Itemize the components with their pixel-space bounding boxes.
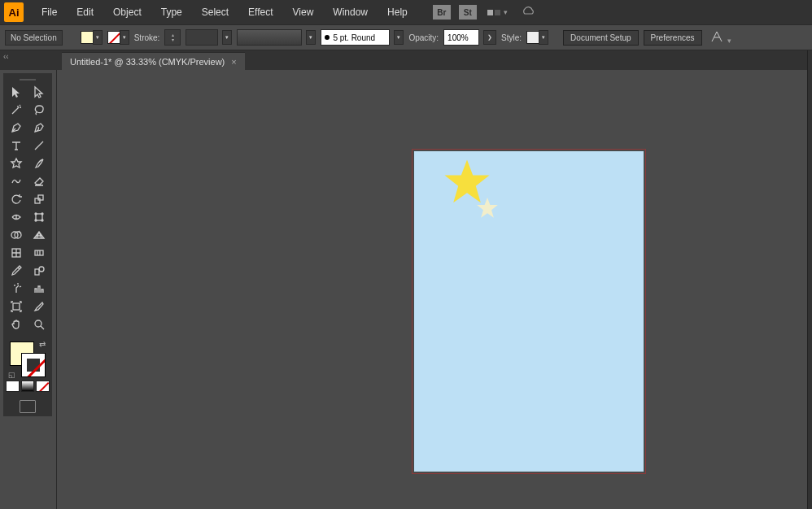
artboard[interactable] [414, 151, 644, 472]
no-stroke-icon [107, 31, 120, 44]
svg-point-12 [39, 267, 44, 272]
default-fill-stroke-icon[interactable]: ◱ [8, 371, 15, 379]
direct-selection-tool[interactable] [28, 83, 50, 101]
menu-view[interactable]: View [285, 3, 322, 21]
svg-point-14 [35, 320, 41, 327]
lasso-tool[interactable] [28, 101, 50, 119]
chevron-down-icon: ▾ [539, 30, 548, 45]
type-tool[interactable] [5, 137, 28, 154]
brush-label: 5 pt. Round [333, 33, 375, 42]
chevron-down-icon: ▾ [93, 30, 103, 45]
svg-rect-0 [35, 198, 40, 203]
selection-tool[interactable] [5, 83, 28, 101]
menu-object[interactable]: Object [105, 3, 150, 21]
menu-help[interactable]: Help [379, 3, 416, 21]
color-mode-gradient[interactable] [21, 381, 35, 392]
stock-icon[interactable]: St [459, 5, 477, 20]
free-transform-tool[interactable] [28, 208, 50, 226]
control-bar: No Selection ▾ ▾ Stroke: ▴▾ ▾ ▾ 5 pt. Ro… [0, 24, 812, 50]
stroke-indicator[interactable] [21, 353, 46, 377]
shape-tool[interactable] [5, 154, 28, 172]
graphic-style[interactable]: ▾ [526, 30, 548, 45]
tools-panel: ⇄ ◱ [3, 73, 52, 416]
selection-status: No Selection [5, 30, 63, 46]
canvas-area[interactable] [57, 70, 812, 509]
perspective-grid-tool[interactable] [28, 226, 50, 244]
svg-rect-13 [13, 303, 20, 310]
screen-mode-icon[interactable] [20, 400, 36, 413]
menu-select[interactable]: Select [194, 3, 237, 21]
document-tab[interactable]: Untitled-1* @ 33.33% (CMYK/Preview) × [62, 52, 245, 70]
fill-swatch[interactable]: ▾ [81, 30, 103, 45]
width-tool[interactable] [5, 208, 28, 226]
tools-panel-container: ⇄ ◱ [0, 70, 57, 509]
artboard-tool[interactable] [5, 298, 28, 315]
opacity-label: Opacity: [408, 33, 439, 42]
variable-width-profile[interactable] [237, 29, 302, 46]
slice-tool[interactable] [28, 298, 50, 315]
blend-tool[interactable] [28, 262, 50, 280]
hand-tool[interactable] [5, 315, 28, 333]
line-segment-tool[interactable] [28, 137, 50, 154]
small-star-shape[interactable] [476, 197, 499, 220]
shaper-tool[interactable] [5, 172, 28, 190]
app-logo: Ai [4, 2, 24, 22]
shape-builder-tool[interactable] [5, 226, 28, 244]
svg-rect-1 [38, 195, 43, 200]
opacity-field[interactable]: 100% [443, 29, 479, 46]
symbol-sprayer-tool[interactable] [5, 280, 28, 298]
right-panel-edge[interactable] [807, 50, 812, 509]
chevron-down-icon: ▾ [120, 30, 129, 45]
pen-tool[interactable] [5, 119, 28, 137]
color-mode-row [5, 381, 50, 392]
document-setup-button[interactable]: Document Setup [563, 30, 639, 46]
curvature-tool[interactable] [28, 119, 50, 137]
menu-edit[interactable]: Edit [68, 3, 102, 21]
document-tabs: Untitled-1* @ 33.33% (CMYK/Preview) × [0, 50, 812, 70]
eraser-tool[interactable] [28, 172, 50, 190]
color-mode-none[interactable] [36, 381, 50, 392]
menu-effect[interactable]: Effect [240, 3, 281, 21]
stroke-swatch[interactable]: ▾ [107, 30, 129, 45]
chevron-down-icon: ▾ [727, 37, 731, 45]
brush-definition[interactable]: 5 pt. Round [321, 29, 390, 46]
menu-type[interactable]: Type [153, 3, 190, 21]
panel-grip-icon[interactable] [5, 76, 50, 83]
close-icon[interactable]: × [231, 57, 236, 67]
preferences-button[interactable]: Preferences [644, 30, 702, 46]
eyedropper-tool[interactable] [5, 262, 28, 280]
stroke-weight-value[interactable] [186, 29, 218, 46]
align-to-icon[interactable]: ▾ [710, 30, 732, 46]
stroke-label: Stroke: [134, 33, 160, 42]
svg-rect-2 [36, 214, 42, 220]
scale-tool[interactable] [28, 190, 50, 208]
sync-settings-icon[interactable] [521, 6, 535, 20]
style-swatch-icon [526, 31, 539, 44]
paintbrush-tool[interactable] [28, 154, 50, 172]
chevron-down-icon: ▾ [504, 8, 508, 16]
panel-collapse-icon[interactable]: ‹‹ [3, 52, 9, 61]
chevron-down-icon[interactable]: ▾ [306, 30, 316, 45]
svg-rect-10 [35, 250, 43, 255]
stroke-weight-field[interactable]: ▴▾ [164, 29, 181, 46]
arrange-documents-icon[interactable]: ▾ [487, 8, 508, 16]
svg-rect-11 [35, 269, 39, 275]
color-mode-solid[interactable] [6, 381, 20, 392]
brush-dot-icon [325, 35, 330, 40]
gradient-tool[interactable] [28, 244, 50, 262]
bridge-icon[interactable]: Br [433, 5, 451, 20]
opacity-chevron-icon[interactable]: ❯ [483, 30, 496, 45]
fill-color-icon [81, 31, 94, 44]
artboard-outline [412, 149, 646, 474]
rotate-tool[interactable] [5, 190, 28, 208]
magic-wand-tool[interactable] [5, 101, 28, 119]
menu-file[interactable]: File [33, 3, 65, 21]
chevron-down-icon[interactable]: ▾ [222, 30, 232, 45]
zoom-tool[interactable] [28, 315, 50, 333]
fill-stroke-control[interactable]: ⇄ ◱ [5, 340, 50, 377]
mesh-tool[interactable] [5, 244, 28, 262]
column-graph-tool[interactable] [28, 280, 50, 298]
swap-fill-stroke-icon[interactable]: ⇄ [39, 340, 46, 349]
chevron-down-icon[interactable]: ▾ [394, 30, 404, 45]
menu-window[interactable]: Window [325, 3, 376, 21]
